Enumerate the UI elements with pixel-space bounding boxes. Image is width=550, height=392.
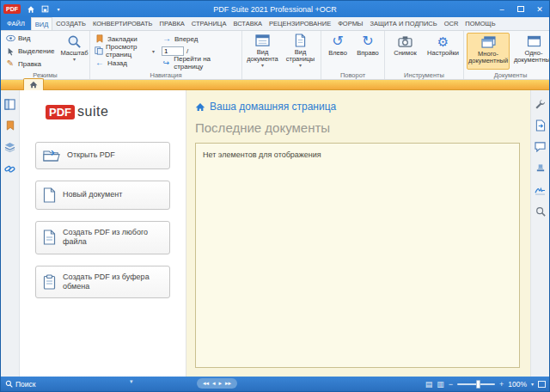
settings-label: Настройки <box>427 50 459 57</box>
home-tab[interactable] <box>23 78 44 90</box>
layers-panel-icon[interactable] <box>3 140 17 154</box>
signature-icon[interactable] <box>534 183 547 197</box>
minimize-button[interactable]: – <box>492 1 511 17</box>
tab-page[interactable]: СТРАНИЦА <box>188 17 230 30</box>
tab-view[interactable]: ВИД <box>31 17 52 30</box>
comments-icon[interactable] <box>534 140 547 154</box>
goto-page-button[interactable]: ↪ Перейти на страницу <box>160 57 239 69</box>
collapse-chevron-icon[interactable]: ▾ <box>130 378 133 385</box>
wrench-icon[interactable] <box>534 97 547 111</box>
page-number-input[interactable] <box>162 46 184 56</box>
page-separator: / <box>186 47 188 55</box>
chevron-down-icon[interactable]: ▾ <box>52 3 65 15</box>
continuous-view-icon[interactable]: ▥ <box>437 380 444 389</box>
create-pdf-file-icon <box>43 230 56 245</box>
search-control[interactable]: Поиск <box>5 380 36 389</box>
export-pdf-icon[interactable] <box>534 119 547 132</box>
forward-button[interactable]: → Вперед <box>160 33 239 45</box>
app-logo: PDF suite <box>46 104 170 119</box>
ribbon-group-modes: Вид Выделение ✎ Правка Масштаб <box>1 31 90 79</box>
tab-help[interactable]: ПОМОЩЬ <box>461 17 498 30</box>
title-bar: PDF ▾ PDF Suite 2021 Professional +OCR –… <box>1 1 549 17</box>
app-window: PDF ▾ PDF Suite 2021 Professional +OCR –… <box>0 0 550 392</box>
document-view-button[interactable]: Вид документа ▾ <box>245 33 280 70</box>
multi-document-label: Много-документный <box>468 51 508 65</box>
tab-insert[interactable]: ВСТАВКА <box>229 17 266 30</box>
mode-select-button[interactable]: Выделение <box>3 46 56 58</box>
page-view-button[interactable]: Вид страницы ▾ <box>283 33 318 70</box>
last-page-icon[interactable]: ▸▸ <box>225 380 231 387</box>
zoom-slider-thumb[interactable] <box>476 380 480 389</box>
attachments-panel-icon[interactable] <box>3 162 17 175</box>
zoom-slider[interactable] <box>457 383 495 385</box>
zoom-dropdown-icon[interactable]: ▾ <box>531 381 534 387</box>
bookmarks-panel-icon[interactable] <box>3 119 17 132</box>
stamp-icon[interactable] <box>534 162 547 175</box>
close-button[interactable]: ✕ <box>530 1 549 17</box>
back-button[interactable]: ← Назад <box>93 57 156 69</box>
previous-page-icon[interactable]: ◂ <box>212 380 216 387</box>
ribbon-group-documents: Много-документный Одно-документный Докум… <box>464 31 550 79</box>
rotate-left-button[interactable]: ↺ Влево <box>324 33 351 70</box>
pencil-icon: ✎ <box>5 58 15 69</box>
tab-review[interactable]: РЕЦЕНЗИРОВАНИЕ <box>266 17 334 30</box>
window-title: PDF Suite 2021 Professional +OCR <box>1 5 549 14</box>
tab-security[interactable]: ЗАЩИТА И ПОДПИСЬ <box>367 17 441 30</box>
new-document-icon <box>43 187 56 203</box>
recent-documents-title: Последние документы <box>195 120 520 135</box>
single-window-icon <box>525 34 542 49</box>
single-document-button[interactable]: Одно-документный <box>512 33 550 70</box>
zoom-out-icon[interactable]: − <box>449 380 453 389</box>
dropdown-arrow-icon: ▾ <box>299 63 302 69</box>
first-page-icon[interactable]: ◂◂ <box>203 380 209 387</box>
search-panel-icon[interactable] <box>534 205 547 218</box>
new-document-button[interactable]: Новый документ <box>35 181 170 210</box>
single-document-label: Одно-документный <box>514 50 550 64</box>
home-page-title: Ваша домашняя страница <box>210 101 336 113</box>
thumbnails-panel-icon[interactable] <box>3 97 17 111</box>
next-page-icon[interactable]: ▸ <box>219 380 223 387</box>
main-content: PDF suite Открыть PDF Новый документ <box>1 90 549 377</box>
home-icon[interactable] <box>24 3 38 15</box>
rotate-right-button[interactable]: ↻ Вправо <box>354 33 382 70</box>
tab-create[interactable]: СОЗДАТЬ <box>52 17 89 30</box>
zoom-button[interactable]: Масштаб ▾ <box>58 33 89 70</box>
tab-forms[interactable]: ФОРМЫ <box>334 17 366 30</box>
mode-view-button[interactable]: Вид <box>3 33 56 45</box>
create-pdf-from-clipboard-button[interactable]: Создать PDF из буфера обмена <box>35 266 170 299</box>
zoom-in-icon[interactable]: + <box>499 380 504 389</box>
arrow-right-icon: → <box>162 34 172 44</box>
fit-page-icon[interactable] <box>538 381 546 388</box>
create-pdf-from-file-button[interactable]: Создать PDF из любого файла <box>35 221 170 254</box>
launcher-buttons: Открыть PDF Новый документ Создать PDF и… <box>35 142 170 298</box>
dropdown-arrow-icon: ▾ <box>73 57 76 63</box>
logo-suite-text: suite <box>77 104 108 119</box>
group-label-rotation: Поворот <box>321 71 384 79</box>
page-thumbnails-button[interactable]: Просмотр страниц ▾ <box>93 45 156 57</box>
window-controls: – ✕ <box>492 1 549 17</box>
zoom-label: Масштаб <box>60 50 88 57</box>
recent-documents-list: Нет элементов для отображения <box>195 143 520 368</box>
open-pdf-button[interactable]: Открыть PDF <box>35 142 170 169</box>
save-icon[interactable] <box>38 3 52 15</box>
search-icon <box>5 380 13 388</box>
maximize-button[interactable] <box>511 1 530 17</box>
document-view-label: Вид документа <box>247 49 278 64</box>
snapshot-button[interactable]: Снимок <box>388 33 423 70</box>
tab-file[interactable]: ФАЙЛ <box>1 17 31 30</box>
mode-edit-button[interactable]: ✎ Правка <box>3 58 56 70</box>
tab-ocr[interactable]: OCR <box>441 17 462 30</box>
multi-document-button[interactable]: Много-документный <box>467 33 510 70</box>
zoom-controls: ▤ ▥ − + 100% ▾ <box>425 377 546 391</box>
empty-list-message: Нет элементов для отображения <box>203 150 321 159</box>
settings-button[interactable]: ⚙ Настройки <box>425 33 461 70</box>
search-label: Поиск <box>15 380 36 389</box>
tab-edit[interactable]: ПРАВКА <box>156 17 188 30</box>
home-page-header: Ваша домашняя страница <box>195 101 520 113</box>
multi-window-icon <box>480 34 497 50</box>
single-page-view-icon[interactable]: ▤ <box>425 380 433 389</box>
ribbon-group-navigation: Закладки → Вперед Просмотр страниц ▾ / <box>90 31 242 79</box>
tab-convert[interactable]: КОНВЕРТИРОВАТЬ <box>89 17 156 30</box>
forward-label: Вперед <box>174 35 199 43</box>
home-page-panel: Ваша домашняя страница Последние докумен… <box>186 90 530 377</box>
